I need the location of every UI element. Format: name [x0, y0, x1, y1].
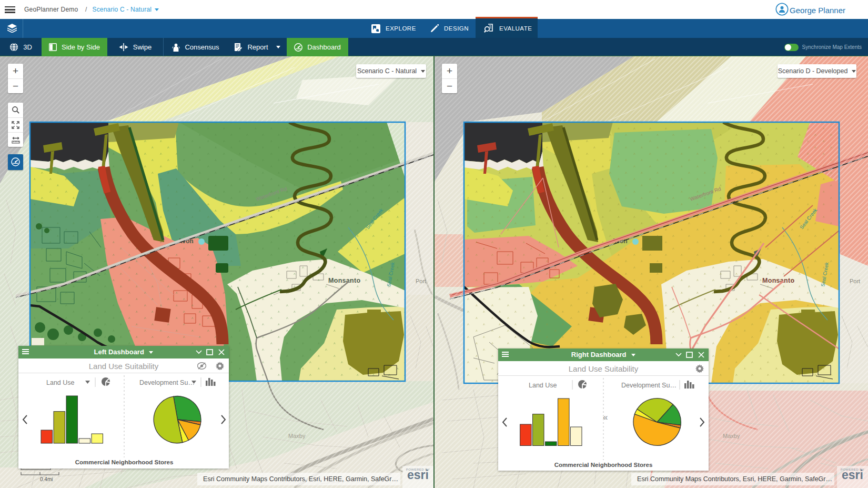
svg-text:Commercial Neighborhood Stores: Commercial Neighborhood Stores — [554, 462, 653, 468]
svg-text:Development Su…: Development Su… — [621, 382, 677, 389]
svg-text:Development Su…: Development Su… — [139, 379, 195, 386]
svg-text:0.4mi: 0.4mi — [40, 476, 53, 482]
svg-text:Port: Port — [850, 278, 860, 284]
svg-text:Monsanto: Monsanto — [762, 277, 794, 284]
svg-text:Land Use: Land Use — [529, 382, 557, 389]
svg-text:Monsanto: Monsanto — [328, 277, 360, 284]
svg-text:«: « — [603, 412, 608, 422]
svg-text:Maxby: Maxby — [288, 433, 306, 439]
svg-text:Maxby: Maxby — [723, 433, 740, 439]
svg-text:Land Use: Land Use — [46, 379, 75, 386]
svg-text:Commercial Neighborhood Stores: Commercial Neighborhood Stores — [75, 459, 174, 465]
svg-text:Port: Port — [416, 278, 426, 284]
